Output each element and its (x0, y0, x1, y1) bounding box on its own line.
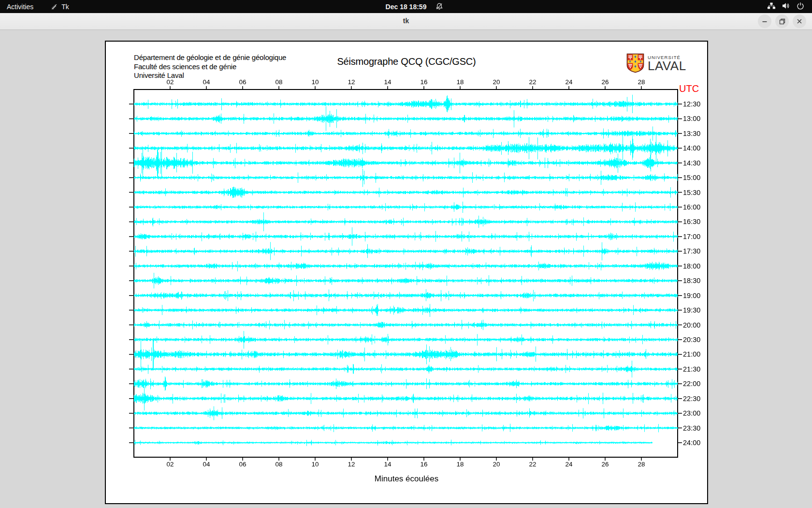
volume-icon (782, 2, 790, 11)
minute-tick-label: 24 (562, 461, 576, 468)
network-wired-icon (767, 2, 776, 11)
minute-tick-label: 12 (344, 78, 359, 86)
close-button[interactable] (793, 15, 806, 28)
system-status-area[interactable] (767, 0, 812, 13)
utc-time-label: 17:00 (683, 233, 700, 240)
minute-tick-label: 18 (453, 461, 467, 468)
utc-time-label: 19:30 (683, 306, 700, 314)
utc-time-label: 13:30 (683, 130, 700, 137)
utc-time-label: 17:30 (683, 247, 700, 255)
tk-feather-icon (51, 3, 58, 11)
power-icon (797, 2, 804, 11)
minute-tick-label: 04 (199, 78, 214, 86)
minute-tick-label: 10 (308, 78, 322, 86)
minute-tick-label: 16 (417, 78, 431, 86)
utc-time-label: 24:00 (683, 439, 700, 447)
utc-time-label: 19:00 (683, 292, 700, 299)
minute-tick-label: 26 (598, 78, 612, 86)
utc-time-label: 15:30 (683, 189, 700, 196)
seismograph-frame: Département de géologie et de génie géol… (105, 41, 708, 504)
utc-time-label: 18:00 (683, 262, 700, 270)
minute-tick-label: 28 (634, 78, 649, 86)
minute-tick-label: 14 (380, 78, 395, 86)
utc-time-label: 12:30 (683, 100, 700, 108)
window-titlebar[interactable]: tk (0, 13, 812, 30)
x-axis-title: Minutes écoulées (106, 474, 707, 484)
minute-tick-label: 10 (308, 461, 322, 468)
minute-tick-label: 04 (199, 461, 214, 468)
minute-tick-label: 02 (163, 461, 177, 468)
minute-tick-label: 02 (163, 78, 177, 86)
activities-button[interactable]: Activities (0, 0, 40, 13)
minute-tick-label: 16 (417, 461, 431, 468)
utc-time-label: 20:30 (683, 336, 700, 344)
window-controls (758, 15, 806, 28)
utc-time-label: 22:30 (683, 395, 700, 403)
utc-time-label: 23:30 (683, 424, 700, 432)
focused-app-name: Tk (61, 3, 69, 11)
minute-tick-label: 06 (235, 461, 250, 468)
minute-tick-label: 24 (562, 78, 576, 86)
utc-time-label: 18:30 (683, 277, 700, 284)
minute-tick-label: 06 (235, 78, 250, 86)
minute-tick-label: 08 (272, 461, 286, 468)
minute-tick-label: 26 (598, 461, 612, 468)
utc-time-label: 22:00 (683, 380, 700, 388)
gnome-top-bar: Activities Tk Dec 18 18:59 (0, 0, 812, 13)
utc-time-label: 14:30 (683, 159, 700, 167)
minute-tick-label: 12 (344, 461, 359, 468)
minute-tick-label: 20 (489, 78, 504, 86)
minute-tick-label: 22 (525, 78, 540, 86)
window-content: Département de géologie et de génie géol… (0, 30, 812, 508)
utc-time-label: 20:00 (683, 321, 700, 329)
utc-time-label: 23:00 (683, 409, 700, 417)
minute-tick-label: 08 (272, 78, 286, 86)
utc-time-label: 13:00 (683, 115, 700, 122)
utc-time-label: 16:30 (683, 218, 700, 225)
utc-time-label: 21:00 (683, 350, 700, 358)
minimize-button[interactable] (758, 15, 771, 28)
minute-tick-label: 18 (453, 78, 467, 86)
utc-time-label: 16:00 (683, 203, 700, 211)
maximize-button[interactable] (775, 15, 789, 28)
minute-tick-label: 28 (634, 461, 649, 468)
minute-tick-label: 14 (380, 461, 395, 468)
clock-button[interactable]: Dec 18 18:59 (386, 0, 427, 13)
window-title: tk (0, 17, 812, 25)
utc-time-label: 21:30 (683, 365, 700, 373)
focused-app-indicator[interactable]: Tk (51, 0, 69, 13)
notifications-disabled-icon[interactable] (435, 2, 443, 12)
minute-tick-label: 20 (489, 461, 504, 468)
utc-time-label: 14:00 (683, 144, 700, 152)
minute-tick-label: 22 (525, 461, 540, 468)
seismogram-plot (106, 42, 707, 503)
utc-time-label: 15:00 (683, 174, 700, 181)
